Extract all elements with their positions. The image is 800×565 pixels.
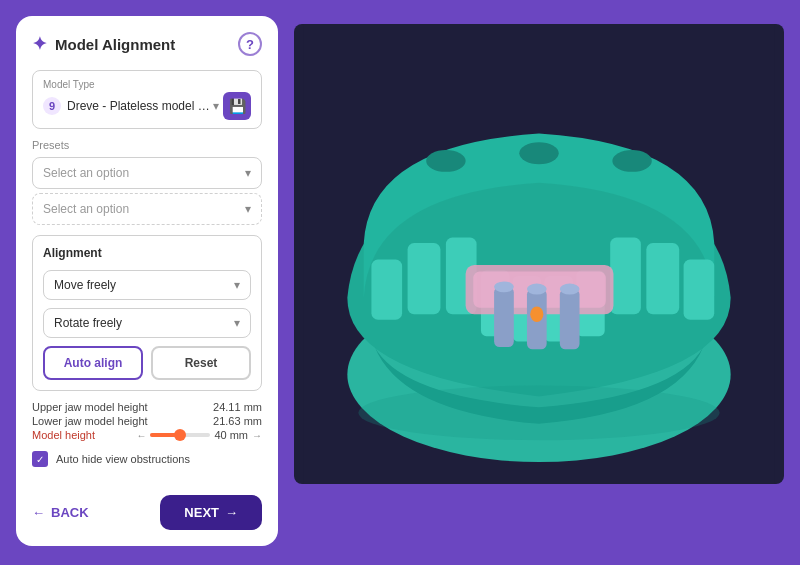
- presets-option2-text: Select an option: [43, 202, 129, 216]
- viewport-panel[interactable]: [294, 24, 784, 484]
- svg-rect-12: [610, 238, 641, 315]
- slider-container: ← 40 mm →: [136, 429, 262, 441]
- svg-rect-14: [684, 259, 715, 319]
- svg-rect-21: [560, 289, 580, 349]
- svg-point-23: [530, 307, 543, 322]
- model-height-label: Model height: [32, 429, 95, 441]
- back-label: BACK: [51, 505, 89, 520]
- presets-select-1[interactable]: Select an option ▾: [32, 157, 262, 189]
- svg-rect-5: [371, 259, 402, 319]
- bottom-buttons: ← BACK NEXT →: [32, 487, 262, 530]
- model-height-value: 40 mm: [214, 429, 248, 441]
- reset-button[interactable]: Reset: [151, 346, 251, 380]
- lower-jaw-label: Lower jaw model height: [32, 415, 148, 427]
- rotate-freely-select[interactable]: Rotate freely ▾: [43, 308, 251, 338]
- model-type-actions: ▾ 💾: [213, 92, 251, 120]
- help-button[interactable]: ?: [238, 32, 262, 56]
- model-type-value: Dreve - Plateless model solid (o: [67, 99, 213, 113]
- move-chevron-icon: ▾: [234, 278, 240, 292]
- svg-point-20: [527, 284, 547, 295]
- action-buttons: Auto align Reset: [43, 346, 251, 380]
- panel-title-text: Model Alignment: [55, 36, 175, 53]
- presets-option1-text: Select an option: [43, 166, 129, 180]
- auto-hide-checkbox[interactable]: ✓: [32, 451, 48, 467]
- save-icon: 💾: [229, 98, 246, 114]
- check-icon: ✓: [36, 454, 44, 465]
- rotate-chevron-icon: ▾: [234, 316, 240, 330]
- slider-thumb: [174, 429, 186, 441]
- dental-viewport: [294, 24, 784, 484]
- save-model-button[interactable]: 💾: [223, 92, 251, 120]
- auto-hide-label: Auto hide view obstructions: [56, 453, 190, 465]
- auto-align-button[interactable]: Auto align: [43, 346, 143, 380]
- svg-point-22: [560, 284, 580, 295]
- model-type-container: Model Type 9 Dreve - Plateless model sol…: [32, 70, 262, 129]
- next-label: NEXT: [184, 505, 219, 520]
- svg-point-18: [494, 281, 514, 292]
- main-container: ✦ Model Alignment ? Model Type 9 Dreve -…: [0, 0, 800, 565]
- presets-section: Presets Select an option ▾ Select an opt…: [32, 139, 262, 225]
- presets-chevron1-icon: ▾: [245, 166, 251, 180]
- presets-select-2[interactable]: Select an option ▾: [32, 193, 262, 225]
- lower-jaw-row: Lower jaw model height 21.63 mm: [32, 415, 262, 427]
- model-type-chevron-icon[interactable]: ▾: [213, 99, 219, 113]
- presets-chevron2-icon: ▾: [245, 202, 251, 216]
- rotate-freely-text: Rotate freely: [54, 316, 122, 330]
- upper-jaw-label: Upper jaw model height: [32, 401, 148, 413]
- svg-point-3: [519, 142, 558, 164]
- model-height-row: Model height ← 40 mm →: [32, 429, 262, 441]
- slider-track[interactable]: [150, 433, 210, 437]
- next-button[interactable]: NEXT →: [160, 495, 262, 530]
- model-alignment-icon: ✦: [32, 33, 47, 55]
- presets-label: Presets: [32, 139, 262, 151]
- alignment-title: Alignment: [43, 246, 251, 260]
- measurements-section: Upper jaw model height 24.11 mm Lower ja…: [32, 401, 262, 441]
- svg-point-2: [426, 150, 465, 172]
- next-arrow-icon: →: [225, 505, 238, 520]
- panel-title: ✦ Model Alignment: [32, 33, 175, 55]
- left-panel: ✦ Model Alignment ? Model Type 9 Dreve -…: [16, 16, 278, 546]
- upper-jaw-row: Upper jaw model height 24.11 mm: [32, 401, 262, 413]
- svg-rect-17: [494, 287, 514, 347]
- back-button[interactable]: ← BACK: [32, 505, 89, 520]
- model-type-label: Model Type: [43, 79, 251, 90]
- alignment-section: Alignment Move freely ▾ Rotate freely ▾ …: [32, 235, 262, 391]
- model-type-badge: 9: [43, 97, 61, 115]
- svg-rect-13: [646, 243, 679, 314]
- panel-header: ✦ Model Alignment ?: [32, 32, 262, 56]
- move-freely-text: Move freely: [54, 278, 116, 292]
- svg-rect-6: [408, 243, 441, 314]
- svg-point-4: [612, 150, 651, 172]
- slider-left-arrow[interactable]: ←: [136, 430, 146, 441]
- model-type-row: 9 Dreve - Plateless model solid (o ▾ 💾: [43, 92, 251, 120]
- move-freely-select[interactable]: Move freely ▾: [43, 270, 251, 300]
- back-arrow-icon: ←: [32, 505, 45, 520]
- upper-jaw-value: 24.11 mm: [213, 401, 262, 413]
- slider-right-arrow[interactable]: →: [252, 430, 262, 441]
- lower-jaw-value: 21.63 mm: [213, 415, 262, 427]
- auto-hide-row[interactable]: ✓ Auto hide view obstructions: [32, 451, 262, 467]
- dental-3d-render: [294, 24, 784, 484]
